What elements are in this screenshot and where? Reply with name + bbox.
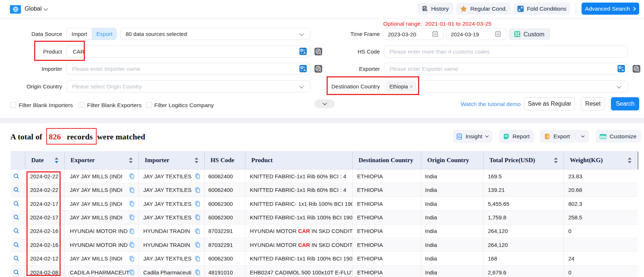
svg-text:A: A <box>303 68 306 72</box>
svg-text:A: A <box>622 68 624 72</box>
svg-text:BI: BI <box>459 136 461 138</box>
svg-text:A: A <box>303 51 306 55</box>
